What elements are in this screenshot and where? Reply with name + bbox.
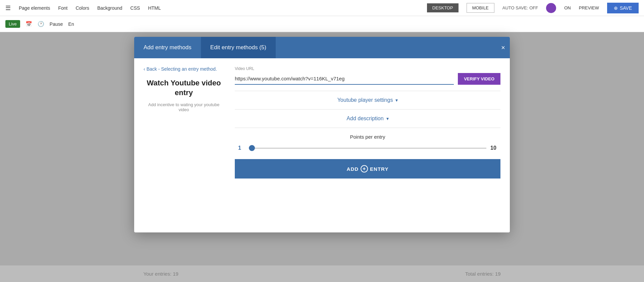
plus-circle-icon: + <box>361 165 368 172</box>
add-entry-add-text: ADD <box>347 166 359 172</box>
en-label[interactable]: En <box>68 21 74 27</box>
mobile-button[interactable]: MOBILE <box>467 3 494 13</box>
modal-body: ‹ Back - Selecting an entry method. Watc… <box>134 58 510 232</box>
on-label: ON <box>564 5 571 10</box>
background-nav[interactable]: Background <box>97 5 122 11</box>
modal: Add entry methods Edit entry methods (5)… <box>134 37 510 232</box>
live-badge: Live <box>5 20 20 28</box>
add-description-label: Add description <box>346 116 383 122</box>
save-icon: ⊕ <box>614 5 618 11</box>
slider-min-value: 1 <box>238 145 245 151</box>
page-elements-nav[interactable]: Page elements <box>19 5 50 11</box>
back-link-text: Back - Selecting an entry method. <box>147 66 217 72</box>
video-url-row: VERIFY VIDEO <box>235 73 500 85</box>
modal-header: Add entry methods Edit entry methods (5)… <box>134 37 510 58</box>
tab-add-entry[interactable]: Add entry methods <box>134 37 201 58</box>
points-per-entry-label: Points per entry <box>235 134 500 140</box>
colors-nav[interactable]: Colors <box>75 5 89 11</box>
add-description-row[interactable]: Add description ▾ <box>235 116 500 122</box>
sub-bar: Live 📅 🕐 Pause En <box>0 16 644 32</box>
entry-subtitle: Add incentive to wating your youtube vid… <box>144 102 224 112</box>
divider-3 <box>235 128 500 128</box>
save-button[interactable]: ⊕ SAVE <box>607 3 639 13</box>
css-nav[interactable]: CSS <box>130 5 140 11</box>
top-bar: ☰ Page elements Font Colors Background C… <box>0 0 644 16</box>
menu-icon[interactable]: ☰ <box>5 4 11 12</box>
font-nav[interactable]: Font <box>58 5 67 11</box>
add-description-chevron-icon: ▾ <box>386 116 389 121</box>
video-url-input[interactable] <box>235 73 454 85</box>
autosave-label: AUTO SAVE: OFF <box>502 5 538 10</box>
pause-label[interactable]: Pause <box>50 21 63 27</box>
points-slider[interactable] <box>249 148 486 149</box>
verify-video-button[interactable]: VERIFY VIDEO <box>458 73 500 85</box>
right-panel: Video URL VERIFY VIDEO Youtube player se… <box>235 66 500 223</box>
back-chevron-icon: ‹ <box>144 66 145 72</box>
youtube-settings-row[interactable]: Youtube player settings ▾ <box>235 97 500 103</box>
divider-1 <box>235 91 500 91</box>
tab-edit-entry[interactable]: Edit entry methods (5) <box>201 37 276 58</box>
html-nav[interactable]: HTML <box>148 5 161 11</box>
add-entry-entry-text: ENTRY <box>370 166 388 172</box>
youtube-settings-chevron-icon: ▾ <box>395 97 398 103</box>
preview-button[interactable]: PREVIEW <box>579 5 599 10</box>
slider-max-value: 10 <box>490 145 497 151</box>
youtube-settings-label: Youtube player settings <box>337 97 393 103</box>
left-panel: ‹ Back - Selecting an entry method. Watc… <box>144 66 224 223</box>
avatar <box>546 3 556 13</box>
slider-row: 1 10 <box>235 145 500 151</box>
add-entry-button[interactable]: ADD + ENTRY <box>235 159 500 179</box>
calendar-icon[interactable]: 📅 <box>25 21 32 27</box>
modal-close-button[interactable]: × <box>501 44 505 52</box>
divider-2 <box>235 109 500 110</box>
clock-icon[interactable]: 🕐 <box>38 21 44 27</box>
back-link[interactable]: ‹ Back - Selecting an entry method. <box>144 66 224 72</box>
video-url-label: Video URL <box>235 66 500 71</box>
desktop-button[interactable]: DESKTOP <box>427 3 459 12</box>
entry-title: Watch Youtube video entry <box>144 78 224 97</box>
